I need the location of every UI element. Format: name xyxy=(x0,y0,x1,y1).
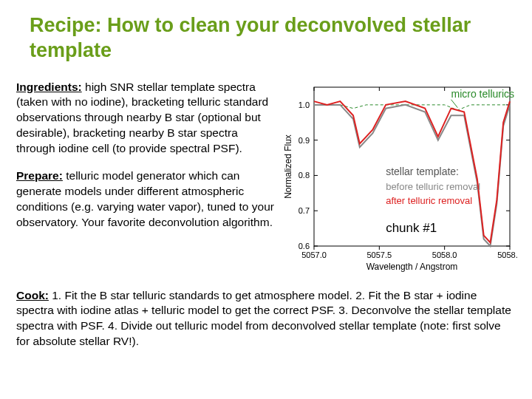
svg-text:0.8: 0.8 xyxy=(299,171,310,180)
chunk-label: chunk #1 xyxy=(386,220,437,234)
svg-text:Wavelength / Angstrom: Wavelength / Angstrom xyxy=(366,262,458,272)
prepare-paragraph: Prepare: telluric model generator which … xyxy=(16,168,275,231)
cook-label: Cook: xyxy=(16,289,49,301)
spectrum-chart: 5057.05057.55058.05058.50.60.70.80.91.0W… xyxy=(281,80,517,279)
slide-title: Recipe: How to clean your deconvolved st… xyxy=(30,13,516,64)
svg-text:0.9: 0.9 xyxy=(299,135,310,144)
stellar-template-label: stellar template: xyxy=(386,166,459,177)
ingredients-paragraph: Ingredients: high SNR stellar template s… xyxy=(16,80,275,157)
ingredients-label: Ingredients: xyxy=(16,81,82,93)
svg-text:Normalized Flux: Normalized Flux xyxy=(283,134,293,199)
svg-text:0.7: 0.7 xyxy=(299,206,310,215)
svg-line-30 xyxy=(451,99,458,107)
after-label: after telluric removal xyxy=(386,194,472,205)
svg-text:1.0: 1.0 xyxy=(299,100,310,109)
cook-text: 1. Fit the B star telluric standards to … xyxy=(16,289,511,348)
before-label: before telluric removal xyxy=(386,180,480,191)
svg-text:5057.0: 5057.0 xyxy=(301,250,327,259)
svg-text:5058.0: 5058.0 xyxy=(432,250,457,259)
svg-text:5057.5: 5057.5 xyxy=(367,250,392,259)
svg-text:0.6: 0.6 xyxy=(299,242,310,250)
prepare-label: Prepare: xyxy=(16,169,63,182)
svg-text:5058.5: 5058.5 xyxy=(497,250,517,259)
cook-paragraph: Cook: 1. Fit the B star telluric standar… xyxy=(16,288,516,350)
left-text-column: Ingredients: high SNR stellar template s… xyxy=(16,80,275,279)
micro-tellurics-label: micro tellurics xyxy=(451,88,515,100)
